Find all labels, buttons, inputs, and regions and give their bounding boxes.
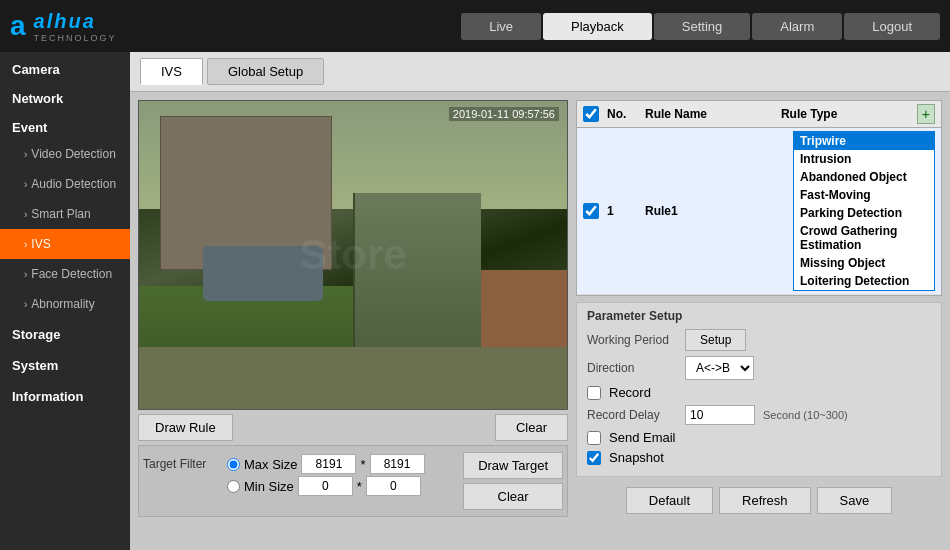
tab-ivs[interactable]: IVS — [140, 58, 203, 85]
max-size-radio[interactable] — [227, 458, 240, 471]
rule-type-dropdown[interactable]: Tripwire Intrusion Abandoned Object Fast… — [793, 131, 935, 291]
target-filter-max-row: Target Filter Max Size * — [143, 454, 455, 474]
snapshot-checkbox[interactable] — [587, 451, 601, 465]
col-no-label: No. — [607, 107, 637, 121]
sidebar: Camera Network Event ›Video Detection ›A… — [0, 52, 130, 550]
row-no: 1 — [607, 204, 637, 218]
sidebar-item-storage[interactable]: Storage — [0, 319, 130, 350]
camera-controls-row1: Draw Rule Clear — [138, 414, 568, 441]
video-background — [139, 101, 567, 409]
rule-type-fast-moving[interactable]: Fast-Moving — [794, 186, 934, 204]
table-row: 1 Rule1 Tripwire Intrusion Abandoned Obj… — [577, 128, 941, 295]
arrow-icon: › — [24, 149, 27, 160]
scene-floor — [139, 347, 567, 409]
sidebar-item-abnormality[interactable]: ›Abnormality — [0, 289, 130, 319]
nav-tabs: Live Playback Setting Alarm Logout — [461, 13, 940, 40]
sidebar-item-face-detection[interactable]: ›Face Detection — [0, 259, 130, 289]
min-width-input[interactable] — [298, 476, 353, 496]
sidebar-item-video-detection[interactable]: ›Video Detection — [0, 139, 130, 169]
arrow-icon: › — [24, 269, 27, 280]
direction-label: Direction — [587, 361, 677, 375]
rule-type-crowd[interactable]: Crowd Gathering Estimation — [794, 222, 934, 254]
target-filter-min-row: Min Size * — [143, 476, 455, 496]
arrow-icon: › — [24, 239, 27, 250]
max-width-input[interactable] — [301, 454, 356, 474]
col-name-label: Rule Name — [645, 107, 773, 121]
default-button[interactable]: Default — [626, 487, 713, 514]
record-delay-note: Second (10~300) — [763, 409, 848, 421]
clear-button-2[interactable]: Clear — [463, 483, 563, 510]
min-height-input[interactable] — [366, 476, 421, 496]
clear-button-1[interactable]: Clear — [495, 414, 568, 441]
max-size-label: Max Size — [244, 457, 297, 472]
tab-global-setup[interactable]: Global Setup — [207, 58, 324, 85]
tab-setting[interactable]: Setting — [654, 13, 750, 40]
tab-live[interactable]: Live — [461, 13, 541, 40]
header-checkbox[interactable] — [583, 106, 599, 122]
record-delay-input[interactable] — [685, 405, 755, 425]
separator-icon: * — [360, 457, 365, 472]
row-checkbox[interactable] — [583, 203, 599, 219]
rule-type-loitering[interactable]: Loitering Detection — [794, 272, 934, 290]
header: a alhua TECHNOLOGY Live Playback Setting… — [0, 0, 950, 52]
draw-rule-button[interactable]: Draw Rule — [138, 414, 233, 441]
video-container: 2019-01-11 09:57:56 Store — [138, 100, 568, 410]
send-email-row: Send Email — [587, 430, 931, 445]
col-type-label: Rule Type — [781, 107, 909, 121]
action-buttons: Default Refresh Save — [576, 483, 942, 518]
row-name: Rule1 — [645, 204, 785, 218]
sidebar-item-camera[interactable]: Camera — [0, 52, 130, 81]
target-filter-buttons: Draw Target Clear — [463, 452, 563, 510]
direction-row: Direction A<->B A->B B->A — [587, 356, 931, 380]
min-size-label: Min Size — [244, 479, 294, 494]
draw-target-button[interactable]: Draw Target — [463, 452, 563, 479]
rules-table-header: No. Rule Name Rule Type + — [577, 101, 941, 128]
rule-type-parking[interactable]: Parking Detection — [794, 204, 934, 222]
working-period-label: Working Period — [587, 333, 677, 347]
refresh-button[interactable]: Refresh — [719, 487, 811, 514]
content-area: IVS Global Setup 2 — [130, 52, 950, 550]
video-timestamp: 2019-01-11 09:57:56 — [449, 107, 559, 121]
snapshot-row: Snapshot — [587, 450, 931, 465]
record-label: Record — [609, 385, 651, 400]
tab-alarm[interactable]: Alarm — [752, 13, 842, 40]
logo-sub: TECHNOLOGY — [34, 33, 117, 43]
rule-type-tripwire[interactable]: Tripwire — [794, 132, 934, 150]
sidebar-item-system[interactable]: System — [0, 350, 130, 381]
min-size-radio[interactable] — [227, 480, 240, 493]
camera-feed-panel: 2019-01-11 09:57:56 Store Draw Rule Clea… — [138, 100, 568, 542]
sidebar-item-information[interactable]: Information — [0, 381, 130, 412]
logo-text: alhua — [34, 10, 117, 33]
target-filter-inputs: Target Filter Max Size * Min Size — [143, 452, 455, 498]
send-email-checkbox[interactable] — [587, 431, 601, 445]
max-height-input[interactable] — [370, 454, 425, 474]
save-button[interactable]: Save — [817, 487, 893, 514]
ivs-content: 2019-01-11 09:57:56 Store Draw Rule Clea… — [130, 92, 950, 550]
rule-type-intrusion[interactable]: Intrusion — [794, 150, 934, 168]
add-rule-button[interactable]: + — [917, 104, 935, 124]
sidebar-item-event[interactable]: Event — [0, 110, 130, 139]
arrow-icon: › — [24, 179, 27, 190]
snapshot-label: Snapshot — [609, 450, 664, 465]
tab-logout[interactable]: Logout — [844, 13, 940, 40]
rules-table: No. Rule Name Rule Type + 1 Rule1 Tripwi… — [576, 100, 942, 296]
sub-tabs: IVS Global Setup — [130, 52, 950, 92]
parameter-setup-panel: Parameter Setup Working Period Setup Dir… — [576, 302, 942, 477]
logo: alhua TECHNOLOGY — [34, 10, 117, 43]
direction-select[interactable]: A<->B A->B B->A — [685, 356, 754, 380]
right-panel: No. Rule Name Rule Type + 1 Rule1 Tripwi… — [576, 100, 942, 542]
sidebar-item-audio-detection[interactable]: ›Audio Detection — [0, 169, 130, 199]
rule-type-abandoned[interactable]: Abandoned Object — [794, 168, 934, 186]
sidebar-item-network[interactable]: Network — [0, 81, 130, 110]
main-layout: Camera Network Event ›Video Detection ›A… — [0, 52, 950, 550]
record-checkbox[interactable] — [587, 386, 601, 400]
param-title: Parameter Setup — [587, 309, 931, 323]
rule-type-missing[interactable]: Missing Object — [794, 254, 934, 272]
record-delay-label: Record Delay — [587, 408, 677, 422]
tab-playback[interactable]: Playback — [543, 13, 652, 40]
target-filter-main-label: Target Filter — [143, 457, 223, 471]
sidebar-item-ivs[interactable]: ›IVS — [0, 229, 130, 259]
sidebar-item-smart-plan[interactable]: ›Smart Plan — [0, 199, 130, 229]
setup-button[interactable]: Setup — [685, 329, 746, 351]
send-email-label: Send Email — [609, 430, 675, 445]
